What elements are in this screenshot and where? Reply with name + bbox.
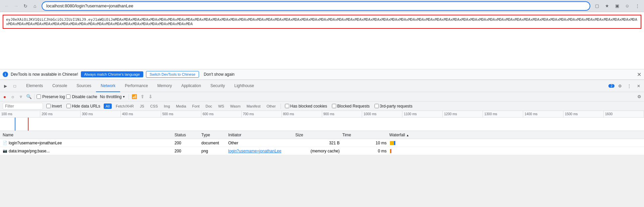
filter-js-button[interactable]: JS xyxy=(138,104,146,109)
row2-time: 0 ms xyxy=(342,149,389,153)
network-settings-icon[interactable]: ⚙ xyxy=(636,93,643,100)
filter-ws-button[interactable]: WS xyxy=(216,104,226,109)
hide-data-urls-checkbox[interactable] xyxy=(66,104,71,108)
back-button[interactable]: ← xyxy=(3,2,11,10)
filter-all-button[interactable]: All xyxy=(104,104,112,109)
tick-100ms: 100 ms xyxy=(0,111,40,117)
filter-other-button[interactable]: Other xyxy=(264,104,278,109)
filter-doc-button[interactable]: Doc xyxy=(204,104,214,109)
row2-name: 📷 data:image/png;base... xyxy=(0,149,175,153)
close-devtools-button[interactable]: ✕ xyxy=(635,82,643,90)
row1-time: 10 ms xyxy=(342,141,389,145)
search-icon[interactable]: 🔍 xyxy=(26,93,32,100)
disable-cache-label[interactable]: Disable cache xyxy=(66,94,97,99)
tick-1300ms: 1300 ms xyxy=(483,111,523,117)
has-blocked-cookies-label[interactable]: Has blocked cookies xyxy=(284,103,329,109)
row1-initiator: Other xyxy=(228,141,295,145)
third-party-requests-checkbox[interactable] xyxy=(375,104,379,108)
tab-lighthouse[interactable]: Lighthouse xyxy=(230,80,259,92)
tab-elements[interactable]: Elements xyxy=(21,80,48,92)
tab-sources[interactable]: Sources xyxy=(72,80,96,92)
menu-icon[interactable]: ⋮ xyxy=(633,2,641,10)
wifi-icon[interactable]: 📶 xyxy=(131,93,138,100)
tick-1000ms: 1000 ms xyxy=(362,111,402,117)
extensions-icon[interactable]: ▣ xyxy=(613,2,621,10)
inspect-icon[interactable]: □ xyxy=(11,82,19,90)
forward-button[interactable]: → xyxy=(12,2,20,10)
row2-type: png xyxy=(201,149,228,153)
filter-media-button[interactable]: Media xyxy=(174,104,188,109)
home-button[interactable]: ⌂ xyxy=(31,2,39,10)
nav-buttons: ← → ↻ ⌂ xyxy=(3,2,39,10)
cast-icon[interactable]: ▢ xyxy=(593,2,601,10)
record-button[interactable]: ● xyxy=(1,93,8,100)
row1-status: 200 xyxy=(175,141,201,145)
preserve-log-checkbox[interactable] xyxy=(37,94,41,99)
tab-console[interactable]: Console xyxy=(48,80,72,92)
match-language-button[interactable]: Always match Chrome's language xyxy=(81,71,143,77)
has-blocked-cookies-checkbox[interactable] xyxy=(285,104,289,108)
header-initiator: Initiator xyxy=(228,133,295,137)
settings-icon[interactable]: ⚙ xyxy=(616,82,624,90)
upload-icon[interactable]: ⇧ xyxy=(139,93,146,100)
dont-show-again-button[interactable]: Don't show again xyxy=(202,71,237,78)
timeline-bar-area xyxy=(0,118,644,131)
tab-performance[interactable]: Performance xyxy=(120,80,153,92)
filter-manifest-button[interactable]: Manifest xyxy=(245,104,263,109)
tick-1200ms: 1200 ms xyxy=(443,111,483,117)
filter-icon[interactable]: ▿ xyxy=(17,93,24,100)
jwt-token-text: eyJ0eXAiOiJKV1QiLCJhbGciOiJIUzI1NiJ9.eyJ… xyxy=(6,17,637,26)
tab-security[interactable]: Security xyxy=(206,80,230,92)
network-toolbar: ● ○ ▿ 🔍 Preserve log Disable cache No th… xyxy=(0,92,644,101)
clear-button[interactable]: ○ xyxy=(9,93,16,100)
timeline-ruler: 100 ms 200 ms 300 ms 400 ms 500 ms 600 m… xyxy=(0,111,644,118)
table-row[interactable]: 📄 login?username=jonathanLee 200 documen… xyxy=(0,139,644,147)
row1-size: 321 B xyxy=(295,141,342,145)
row1-type: document xyxy=(201,141,228,145)
initiator-link[interactable]: login?username=jonathanLee xyxy=(228,149,281,153)
switch-to-chinese-button[interactable]: Switch DevTools to Chinese xyxy=(146,71,199,78)
waterfall-receiving-bar xyxy=(394,141,395,145)
preserve-log-label[interactable]: Preserve log xyxy=(37,94,65,99)
more-tools-icon[interactable]: ⋮ xyxy=(625,82,633,90)
filter-wasm-button[interactable]: Wasm xyxy=(228,104,243,109)
tick-1600: 1600 xyxy=(604,111,644,117)
blocked-requests-checkbox[interactable] xyxy=(332,104,336,108)
filter-font-button[interactable]: Font xyxy=(190,104,202,109)
invert-filter-label[interactable]: Invert xyxy=(45,103,63,109)
blocked-requests-text: Blocked Requests xyxy=(337,104,370,109)
devtools-topbar: ▶ □ Elements Console Sources Network Per… xyxy=(0,80,644,92)
header-size: Size xyxy=(295,133,342,137)
header-type: Type xyxy=(201,133,228,137)
cursor-icon[interactable]: ▶ xyxy=(1,82,9,90)
address-bar-container xyxy=(42,1,590,11)
download-icon[interactable]: ⇩ xyxy=(147,93,154,100)
notification-close-button[interactable]: ✕ xyxy=(637,71,641,78)
disable-cache-checkbox[interactable] xyxy=(66,94,70,99)
table-row[interactable]: 📷 data:image/png;base... 200 png login?u… xyxy=(0,147,644,155)
address-bar[interactable] xyxy=(46,3,586,8)
tab-network[interactable]: Network xyxy=(96,80,120,92)
row1-name: 📄 login?username=jonathanLee xyxy=(0,141,175,145)
header-name: Name xyxy=(0,133,175,137)
jwt-token-box: eyJ0eXAiOiJKV1QiLCJhbGciOiJIUzI1NiJ9.eyJ… xyxy=(3,15,641,29)
filter-fetch-xhr-button[interactable]: Fetch/XHR xyxy=(114,104,136,109)
browser-chrome: ← → ↻ ⌂ ▢ ★ ▣ ☺ ⋮ xyxy=(0,0,644,12)
third-party-requests-label[interactable]: 3rd-party requests xyxy=(373,103,414,109)
hide-data-urls-label[interactable]: Hide data URLs xyxy=(65,103,102,109)
sort-arrow-icon: ▲ xyxy=(406,134,409,137)
invert-checkbox[interactable] xyxy=(46,104,51,108)
tick-500ms: 500 ms xyxy=(161,111,201,117)
filter-input[interactable] xyxy=(3,103,43,110)
throttle-dropdown[interactable]: No throttling ▼ xyxy=(99,94,127,99)
bookmark-icon[interactable]: ★ xyxy=(603,2,611,10)
tab-application[interactable]: Application xyxy=(177,80,206,92)
blocked-requests-label[interactable]: Blocked Requests xyxy=(331,103,371,109)
filter-img-button[interactable]: Img xyxy=(162,104,172,109)
notification-text: DevTools is now available in Chinese! xyxy=(11,72,78,77)
reload-button[interactable]: ↻ xyxy=(21,2,30,10)
filter-css-button[interactable]: CSS xyxy=(148,104,160,109)
row1-waterfall xyxy=(389,139,644,147)
profile-icon[interactable]: ☺ xyxy=(623,2,631,10)
tab-memory[interactable]: Memory xyxy=(153,80,177,92)
